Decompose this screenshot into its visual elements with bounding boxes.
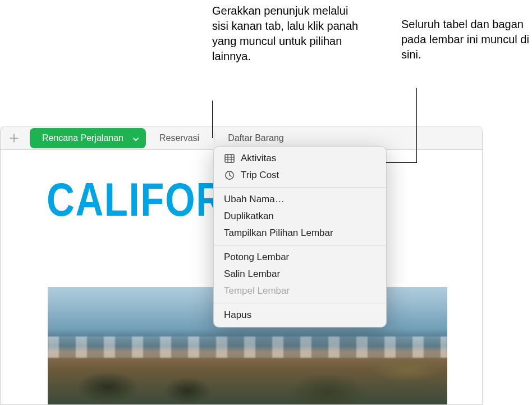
leader-line — [386, 162, 416, 163]
menu-item-label: Potong Lembar — [224, 252, 289, 263]
menu-item-label: Duplikatkan — [224, 211, 274, 222]
menu-item-copy[interactable]: Salin Lembar — [214, 266, 386, 283]
menu-item-label: Trip Cost — [241, 170, 279, 181]
sheet-tab-active[interactable]: Rencana Perjalanan — [30, 128, 146, 148]
menu-item-label: Salin Lembar — [224, 269, 280, 280]
sheet-tab-label: Reservasi — [159, 133, 199, 143]
leader-line — [416, 88, 417, 163]
add-sheet-button[interactable] — [5, 129, 23, 147]
clock-icon — [224, 170, 235, 180]
menu-item-label: Tempel Lembar — [224, 285, 290, 297]
menu-separator — [214, 187, 386, 188]
sheet-tab[interactable]: Daftar Barang — [215, 128, 296, 148]
menu-item-rename[interactable]: Ubah Nama… — [214, 191, 386, 208]
chevron-down-icon[interactable] — [132, 135, 139, 142]
sheet-tab[interactable]: Reservasi — [147, 128, 212, 148]
menu-separator — [214, 303, 386, 303]
plus-icon — [10, 134, 19, 143]
sheet-tab-context-menu: Aktivitas Trip Cost Ubah Nama… Duplikatk… — [213, 146, 387, 327]
menu-item-show-options[interactable]: Tampilkan Pilihan Lembar — [214, 225, 386, 242]
tab-separator — [214, 132, 214, 144]
menu-item-label: Hapus — [224, 310, 251, 321]
sheet-tab-label: Rencana Perjalanan — [42, 133, 123, 143]
menu-item-label: Aktivitas — [241, 153, 276, 164]
menu-separator — [214, 245, 386, 245]
svg-rect-0 — [225, 154, 234, 162]
menu-item-cut[interactable]: Potong Lembar — [214, 249, 386, 266]
menu-item-delete[interactable]: Hapus — [214, 307, 386, 324]
menu-item-duplicate[interactable]: Duplikatkan — [214, 208, 386, 225]
sheet-tab-label: Daftar Barang — [228, 133, 284, 143]
leader-line — [212, 101, 213, 138]
callout-objects-list: Seluruh tabel dan bagan pada lembar ini … — [401, 17, 530, 62]
menu-item-paste: Tempel Lembar — [214, 283, 386, 299]
table-icon — [224, 153, 235, 163]
menu-item-label: Tampilkan Pilihan Lembar — [224, 227, 333, 239]
callout-tab-instructions: Gerakkan penunjuk melalui sisi kanan tab… — [212, 3, 364, 64]
menu-item-object-chart[interactable]: Trip Cost — [214, 167, 386, 184]
menu-item-object-table[interactable]: Aktivitas — [214, 150, 386, 167]
menu-item-label: Ubah Nama… — [224, 194, 285, 205]
